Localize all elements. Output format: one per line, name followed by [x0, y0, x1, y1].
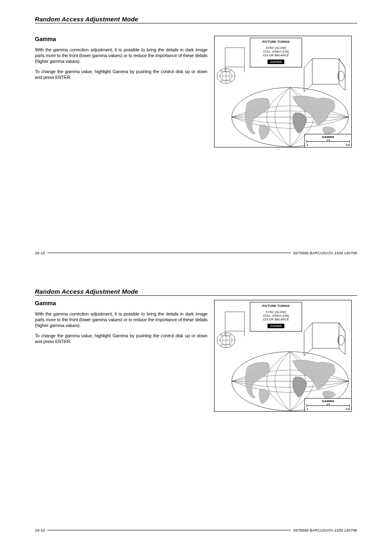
svg-rect-0	[225, 48, 244, 67]
diagram-frame: PICTURE TUNING SYNC [SLOW] STILL VIDEO […	[214, 300, 352, 412]
section-title: Gamma	[35, 36, 208, 42]
gamma-slider-thumb[interactable]	[327, 404, 330, 406]
page-footer: 10-16 5975696 BARCODATA 2100 140798	[35, 528, 357, 532]
header-title: Random Access Adjustment Mode	[35, 288, 357, 295]
content-row: Gamma With the gamma correction adjustme…	[35, 36, 357, 147]
projector-small-icon	[217, 310, 252, 355]
footer-page-number: 10-16	[35, 251, 45, 255]
gamma-box-title: GAMMA	[307, 399, 350, 403]
header-title: Random Access Adjustment Mode	[35, 16, 357, 23]
svg-point-10	[338, 71, 344, 81]
menu-item-color-balance: COLOR BALANCE	[250, 318, 302, 321]
menu-item-still-video: STILL VIDEO [ON]	[250, 50, 302, 53]
page-bottom: Random Access Adjustment Mode Gamma With…	[0, 277, 392, 555]
text-column: Gamma With the gamma correction adjustme…	[35, 300, 208, 412]
gamma-slider-thumb[interactable]	[327, 140, 330, 142]
svg-line-22	[339, 323, 345, 332]
paragraph-2: To change the gamma value, highlight Gam…	[35, 333, 208, 345]
gamma-slider-labels: 1 2.4	[307, 143, 350, 146]
paragraph-1: With the gamma correction adjustment, it…	[35, 47, 208, 64]
text-column: Gamma With the gamma correction adjustme…	[35, 36, 208, 147]
gamma-slider-box: GAMMA 1 2.4	[304, 398, 352, 412]
footer-document-id: 5975696 BARCODATA 2100 140798	[293, 528, 357, 532]
paragraph-2: To change the gamma value, highlight Gam…	[35, 69, 208, 81]
gamma-min-label: 1	[307, 408, 308, 410]
gamma-max-label: 2.4	[346, 143, 350, 146]
menu-item-gamma-selected: GAMMA	[267, 60, 284, 64]
gamma-box-title: GAMMA	[307, 135, 350, 139]
footer-document-id: 5975696 BARCODATA 2100 140798	[293, 251, 357, 255]
page-footer: 10-16 5975696 BARCODATA 2100 140798	[35, 251, 357, 255]
gamma-min-label: 1	[307, 143, 308, 146]
menu-item-still-video: STILL VIDEO [ON]	[250, 314, 302, 318]
picture-tuning-menu: PICTURE TUNING SYNC [SLOW] STILL VIDEO […	[250, 38, 302, 67]
menu-item-sync: SYNC [SLOW]	[250, 46, 302, 50]
footer-rule	[47, 530, 291, 530]
diagram-column: PICTURE TUNING SYNC [SLOW] STILL VIDEO […	[214, 36, 352, 147]
section-header: Random Access Adjustment Mode	[35, 288, 357, 296]
content-row: Gamma With the gamma correction adjustme…	[35, 300, 357, 412]
menu-title: PICTURE TUNING	[250, 304, 302, 308]
footer-rule	[47, 253, 291, 253]
menu-title: PICTURE TUNING	[250, 40, 302, 44]
svg-point-24	[338, 335, 344, 345]
menu-item-color-balance: COLOR BALANCE	[250, 53, 302, 57]
svg-rect-14	[225, 312, 244, 331]
gamma-slider[interactable]	[307, 404, 350, 407]
diagram-frame: PICTURE TUNING SYNC [SLOW] STILL VIDEO […	[214, 36, 352, 147]
page-top: Random Access Adjustment Mode Gamma With…	[0, 0, 392, 277]
gamma-slider-labels: 1 2.4	[307, 408, 350, 410]
menu-item-gamma-selected: GAMMA	[267, 324, 284, 328]
gamma-slider-box: GAMMA 1 2.4	[304, 134, 352, 147]
gamma-slider[interactable]	[307, 140, 350, 143]
projector-small-icon	[217, 46, 252, 91]
paragraph-1: With the gamma correction adjustment, it…	[35, 311, 208, 328]
section-title: Gamma	[35, 300, 208, 306]
svg-line-8	[339, 59, 345, 68]
gamma-max-label: 2.4	[346, 408, 350, 410]
menu-item-sync: SYNC [SLOW]	[250, 310, 302, 314]
diagram-column: PICTURE TUNING SYNC [SLOW] STILL VIDEO […	[214, 300, 352, 412]
picture-tuning-menu: PICTURE TUNING SYNC [SLOW] STILL VIDEO […	[250, 302, 302, 332]
section-header: Random Access Adjustment Mode	[35, 16, 357, 23]
footer-page-number: 10-16	[35, 528, 45, 532]
